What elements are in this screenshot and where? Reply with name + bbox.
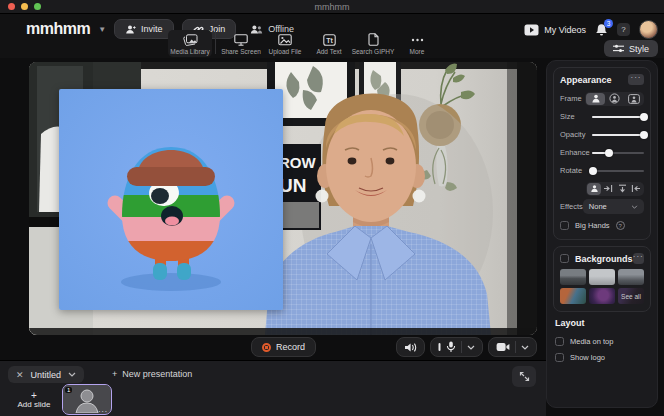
toolbar-divider [215,30,216,54]
toolbar-item-more[interactable]: More [395,30,439,57]
toolbar-item-share-screen[interactable]: Share Screen [219,30,263,57]
speaker-button[interactable] [396,337,425,357]
sliders-icon [613,44,624,53]
enhance-label: Enhance [560,148,590,157]
background-thumb-mountains[interactable] [560,269,586,285]
more-ellipsis-icon [411,33,424,46]
layout-title: Layout [555,318,649,328]
frame-rectangle-button[interactable] [624,93,643,105]
help-button[interactable]: ? [617,23,630,36]
user-avatar[interactable] [639,20,658,39]
add-text-icon: Tt [323,33,336,46]
add-slide-button[interactable]: + Add slide [8,386,60,414]
new-presentation-button[interactable]: + New presentation [112,369,192,379]
enhance-slider[interactable] [592,148,644,157]
notifications-button[interactable]: 3 [595,23,608,37]
see-all-label: See all [621,293,641,300]
media-toolbar: Media Library Share Screen Upload File T… [168,30,439,57]
mic-chevron-down-icon[interactable] [467,345,475,350]
flip-vertical-button[interactable] [615,183,629,195]
svg-text:UN: UN [279,175,306,196]
toolbar-label: Media Library [170,48,209,55]
play-video-icon [524,24,539,36]
background-thumb-abstract[interactable] [589,288,615,304]
size-label: Size [560,112,575,121]
slider-thumb[interactable] [640,131,648,139]
backgrounds-panel: Backgrounds ··· See all [553,246,651,312]
toolbar-item-search-giphy[interactable]: Search GIPHY [351,30,395,57]
stage-video[interactable]: ROW UN [29,62,537,335]
microphone-control[interactable] [430,337,483,357]
camera-chevron-down-icon[interactable] [521,345,529,350]
flip-horizontal-button[interactable] [601,183,615,195]
app-logo[interactable]: mmhmm [26,20,90,38]
appearance-more-button[interactable]: ··· [628,74,644,85]
slider-thumb[interactable] [605,149,613,157]
app-window: mmhmm mmhmm ▼ Invite Join O [0,0,664,416]
frame-segmented-control [585,92,644,106]
record-button[interactable]: Record [251,337,316,357]
media-card[interactable] [59,89,283,310]
toolbar-label: Upload File [269,48,302,55]
slider-thumb[interactable] [589,167,597,175]
size-slider[interactable] [592,112,644,121]
pill-divider [461,341,462,353]
effects-dropdown[interactable]: None [583,199,644,214]
camera-control[interactable] [488,337,537,357]
header: mmhmm ▼ Invite Join Offline [0,14,664,58]
mic-level-meter [438,342,441,352]
backgrounds-checkbox[interactable] [560,254,569,263]
appearance-panel: Appearance ··· Frame Size [553,67,651,240]
toolbar-item-add-text[interactable]: Tt Add Text [307,30,351,57]
big-hands-help-icon[interactable]: ? [616,221,625,230]
frame-cutout-button[interactable] [586,93,605,105]
toolbar-label: More [410,48,425,55]
toolbar-item-upload-file[interactable]: Upload File [263,30,307,57]
media-library-icon [183,33,198,46]
slider-thumb[interactable] [640,113,648,121]
background-thumb-rocks[interactable] [618,269,644,285]
opacity-slider[interactable] [592,130,644,139]
add-slide-label: Add slide [18,400,51,409]
show-logo-checkbox[interactable] [555,353,564,362]
chevron-down-icon[interactable]: ▼ [98,25,106,34]
media-on-top-checkbox[interactable] [555,337,564,346]
record-icon [262,343,271,352]
big-hands-checkbox[interactable] [560,221,569,230]
background-thumb-mist[interactable] [589,269,615,285]
slide-more-button[interactable]: ... [98,405,108,414]
my-videos-button[interactable]: My Videos [524,24,586,36]
presentation-tab[interactable]: ✕ Untitled [8,366,84,383]
background-thumb-city[interactable] [560,288,586,304]
record-bar: Record [29,337,537,359]
backgrounds-more-button[interactable]: ··· [633,253,644,264]
plus-icon: + [112,369,117,379]
background-see-all-button[interactable]: See all [618,288,644,304]
expand-slide-tray-button[interactable] [512,366,536,387]
character-gif [59,89,283,310]
presenter-normal-button[interactable] [587,183,601,195]
speaker-icon [404,342,417,353]
tab-chevron-down-icon[interactable] [68,372,76,377]
backgrounds-grid: See all [560,269,644,304]
frame-circle-button[interactable] [605,93,624,105]
appearance-title: Appearance [560,75,612,85]
window-title: mmhmm [0,2,664,12]
new-presentation-label: New presentation [122,369,192,379]
toolbar-item-media-library[interactable]: Media Library [168,30,212,57]
presentation-bar: ✕ Untitled + New presentation + Add slid… [0,360,546,416]
rotate-label: Rotate [560,166,582,175]
close-tab-icon[interactable]: ✕ [16,370,24,380]
show-logo-label: Show logo [570,353,605,362]
rotate-slider[interactable] [592,166,644,175]
style-button[interactable]: Style [604,40,658,57]
svg-text:ROW: ROW [279,154,317,171]
my-videos-label: My Videos [544,25,586,35]
style-label: Style [629,44,649,54]
slide-thumbnail[interactable]: 1 ... [62,384,112,415]
big-hands-label: Big Hands [575,221,610,230]
layout-section: Layout Media on top Show logo [553,318,651,364]
invite-button[interactable]: Invite [114,19,174,39]
mirror-button[interactable] [629,183,643,195]
style-sidebar: Appearance ··· Frame Size [546,60,658,408]
